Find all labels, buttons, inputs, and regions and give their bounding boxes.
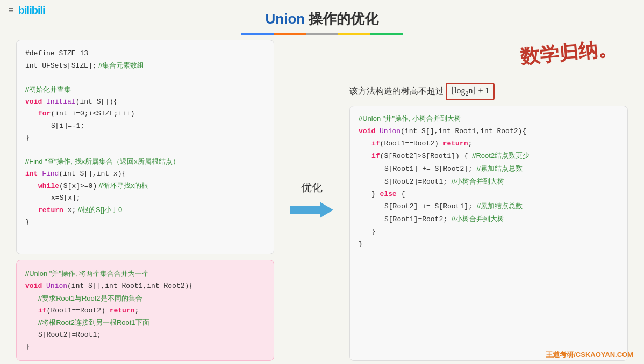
color-seg-4 [338, 33, 370, 35]
code-line [25, 144, 265, 156]
code-line: } [359, 226, 619, 238]
arrow-label: 优化 [301, 180, 323, 195]
code-line: //初始化并查集 [25, 84, 265, 96]
code-line: } [25, 132, 265, 144]
color-seg-2 [274, 33, 306, 35]
formula-prefix: 该方法构造的树高不超过 [349, 86, 444, 97]
code-line: void Union(int S[],int Root1,int Root2){ [25, 280, 265, 292]
code-line: } else { [359, 188, 619, 201]
code-line: int Find(int S[],int x){ [25, 168, 265, 180]
left-highlight-code-block: //Union "并"操作, 将两个集合合并为一个 void Union(int… [16, 260, 274, 361]
code-line: return x; //根的S[]小于0 [25, 204, 265, 216]
main-content: #define SIZE 13 int UFSets[SIZE]; //集合元素… [0, 40, 644, 361]
left-code-block: #define SIZE 13 int UFSets[SIZE]; //集合元素… [16, 40, 274, 254]
code-line: S[Root2]=Root1; [25, 329, 265, 341]
code-line: int UFSets[SIZE]; //集合元素数组 [25, 60, 265, 72]
code-line: for(int i=0;i<SIZE;i++) [25, 108, 265, 120]
svg-marker-0 [290, 202, 333, 218]
code-line: void Initial(int S[]){ [25, 96, 265, 108]
code-line: } [359, 238, 619, 251]
left-panel: #define SIZE 13 int UFSets[SIZE]; //集合元素… [16, 40, 274, 361]
watermark: 王道考研/CSKAOYAN.COM [546, 350, 633, 360]
color-seg-1 [241, 33, 274, 35]
code-line: S[Root2]=Root1; //小树合并到大树 [359, 176, 619, 188]
code-line: //将根Root2连接到另一根Root1下面 [25, 317, 265, 329]
arrow-area: 优化 [285, 40, 339, 361]
code-line: if(S[Root2]>S[Root1]) { //Root2结点数更少 [359, 150, 619, 163]
code-line [25, 72, 265, 84]
code-line: //要求Root1与Root2是不同的集合 [25, 293, 265, 305]
code-line: //Union "并"操作, 小树合并到大树 [359, 113, 619, 126]
code-line: } [25, 216, 265, 228]
code-line: while(S[x]>=0) //循环寻找x的根 [25, 180, 265, 192]
code-line: if(Root1==Root2) return; [25, 305, 265, 317]
page-header: Union 操作的优化 [0, 0, 644, 40]
code-line: void Union(int S[],int Root1,int Root2){ [359, 126, 619, 138]
color-bar [0, 33, 644, 35]
formula-box: ⌊log2n⌋ + 1 [446, 83, 495, 100]
formula-area: 该方法构造的树高不超过 ⌊log2n⌋ + 1 [349, 83, 628, 100]
code-line: S[i]=-1; [25, 120, 265, 132]
code-line: x=S[x]; [25, 192, 265, 204]
code-line: if(Root1==Root2) return; [359, 138, 619, 150]
code-line: S[Root2] += S[Root1]; //累加结点总数 [359, 200, 619, 213]
right-code-block: //Union "并"操作, 小树合并到大树 void Union(int S[… [349, 106, 628, 361]
code-line: //Find "查"操作, 找x所属集合（返回x所属根结点） [25, 156, 265, 168]
arrow-icon [290, 199, 333, 221]
color-seg-5 [370, 33, 403, 35]
handwriting-text: 数学归纳。 [519, 35, 618, 70]
code-line: S[Root1] += S[Root2]; //累加结点总数 [359, 163, 619, 176]
code-line: } [25, 341, 265, 353]
page-title: Union 操作的优化 [0, 10, 644, 28]
code-line: #define SIZE 13 [25, 48, 265, 60]
code-line: //Union "并"操作, 将两个集合合并为一个 [25, 268, 265, 280]
right-panel: 数学归纳。 该方法构造的树高不超过 ⌊log2n⌋ + 1 //Union "并… [349, 40, 628, 361]
title-union: Union [266, 11, 305, 27]
code-line: S[Root1]=Root2; //小树合并到大树 [359, 213, 619, 226]
title-rest: 操作的优化 [305, 11, 378, 27]
color-seg-3 [306, 33, 338, 35]
